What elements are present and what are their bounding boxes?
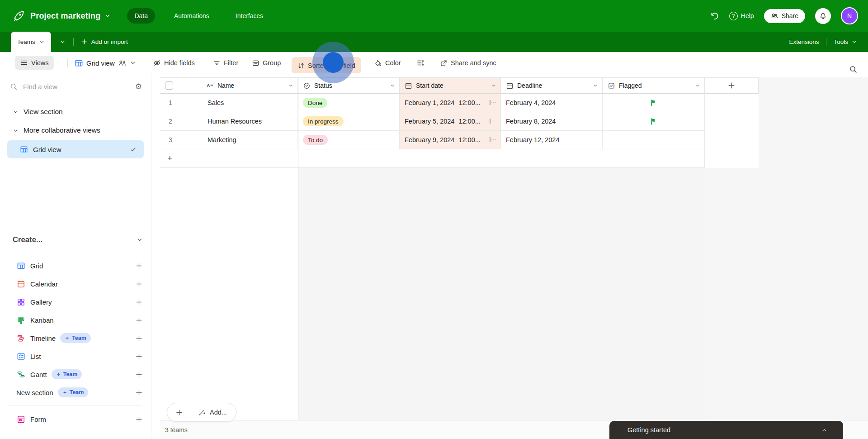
create-item-timeline[interactable]: TimelineTeam bbox=[0, 329, 151, 347]
flagged-cell[interactable] bbox=[603, 94, 705, 112]
color-button[interactable]: Color bbox=[374, 52, 401, 74]
add-view-plus-icon[interactable] bbox=[135, 316, 143, 324]
table-tab-label: Teams bbox=[17, 38, 35, 45]
add-view-plus-icon[interactable] bbox=[135, 298, 143, 306]
user-avatar[interactable]: N bbox=[841, 7, 858, 24]
history-icon[interactable] bbox=[710, 11, 719, 21]
hide-fields-button[interactable]: Hide fields bbox=[153, 52, 195, 74]
date-detail-icon[interactable]: ... bbox=[490, 119, 496, 124]
chevron-up-icon[interactable] bbox=[821, 427, 828, 434]
extensions-button[interactable]: Extensions bbox=[789, 38, 819, 45]
flagged-cell[interactable] bbox=[603, 131, 705, 149]
status-cell[interactable]: To do bbox=[298, 131, 400, 149]
start-date-cell[interactable]: February 5, 202412:00...... bbox=[400, 112, 501, 131]
name-cell[interactable]: Marketing bbox=[201, 131, 298, 149]
frozen-pane-divider[interactable] bbox=[298, 77, 298, 420]
tables-dropdown-chevron-icon[interactable] bbox=[59, 38, 66, 45]
getting-started-toast[interactable]: Getting started bbox=[609, 421, 843, 439]
deadline-cell[interactable]: February 4, 2024 bbox=[501, 94, 603, 112]
row-number-cell[interactable]: 2 bbox=[160, 112, 201, 131]
column-chevron-icon[interactable] bbox=[593, 83, 598, 88]
table-row[interactable]: 3MarketingTo doFebruary 9, 202412:00....… bbox=[160, 131, 759, 149]
column-chevron-icon[interactable] bbox=[695, 83, 700, 88]
tab-automations[interactable]: Automations bbox=[167, 8, 217, 24]
share-and-sync-button[interactable]: Share and sync bbox=[440, 52, 496, 74]
help-button[interactable]: ? Help bbox=[729, 12, 754, 20]
table-row[interactable]: 1SalesDoneFebruary 1, 202412:00......Feb… bbox=[160, 94, 759, 112]
deadline-cell[interactable]: February 12, 2024 bbox=[501, 131, 603, 149]
sidebar-section-view-section[interactable]: View section bbox=[13, 108, 63, 116]
column-header-start-date[interactable]: Start date bbox=[400, 78, 501, 94]
create-item-kanban[interactable]: Kanban bbox=[0, 311, 151, 329]
create-item-grid[interactable]: Grid bbox=[0, 257, 151, 275]
record-count: 3 teams bbox=[165, 426, 188, 434]
select-all-checkbox[interactable] bbox=[165, 81, 173, 90]
create-item-gantt[interactable]: GanttTeam bbox=[0, 365, 151, 383]
add-row-space[interactable] bbox=[201, 149, 705, 168]
column-header-deadline[interactable]: Deadline bbox=[501, 78, 603, 94]
gear-icon[interactable]: ⚙ bbox=[135, 82, 142, 91]
sidebar-section-more-collaborative-views[interactable]: More collaborative views bbox=[13, 126, 100, 134]
create-item-form[interactable]: Form bbox=[0, 410, 151, 428]
add-label: Add... bbox=[210, 409, 227, 416]
group-button[interactable]: Group bbox=[252, 52, 281, 74]
select-field-icon bbox=[303, 82, 311, 90]
start-date-cell[interactable]: February 1, 202412:00...... bbox=[400, 94, 501, 112]
row-height-button[interactable] bbox=[416, 52, 425, 74]
base-title-chevron-down-icon[interactable] bbox=[104, 13, 111, 19]
add-view-plus-icon[interactable] bbox=[135, 353, 143, 360]
find-view-search[interactable]: Find a view ⚙ bbox=[10, 82, 142, 91]
share-button[interactable]: Share bbox=[764, 9, 805, 23]
add-view-plus-icon[interactable] bbox=[135, 334, 143, 342]
add-row-plus-icon[interactable]: + bbox=[160, 149, 201, 168]
sidebar-divider bbox=[9, 99, 143, 99]
tab-interfaces[interactable]: Interfaces bbox=[228, 8, 270, 24]
column-chevron-icon[interactable] bbox=[491, 83, 496, 88]
add-field-button[interactable] bbox=[705, 78, 759, 94]
add-view-plus-icon[interactable] bbox=[135, 371, 143, 378]
name-cell[interactable]: Sales bbox=[201, 94, 298, 112]
add-view-plus-icon[interactable] bbox=[135, 415, 143, 423]
views-button[interactable]: Views bbox=[15, 56, 54, 70]
app-logo-rocket-icon[interactable] bbox=[13, 10, 25, 22]
view-switcher[interactable]: Grid view bbox=[75, 52, 136, 74]
checkbox-field-icon bbox=[608, 82, 615, 90]
add-view-plus-icon[interactable] bbox=[135, 389, 143, 396]
notifications-button[interactable] bbox=[815, 8, 831, 24]
column-chevron-icon[interactable] bbox=[390, 83, 395, 88]
create-item-calendar[interactable]: Calendar bbox=[0, 275, 151, 293]
add-view-plus-icon[interactable] bbox=[135, 262, 143, 270]
add-record-button[interactable] bbox=[167, 403, 191, 421]
create-item-new-section[interactable]: New sectionTeam bbox=[0, 383, 151, 401]
filter-button[interactable]: Filter bbox=[213, 52, 238, 74]
select-all-cell[interactable] bbox=[160, 78, 201, 94]
status-cell[interactable]: In progress bbox=[298, 112, 400, 131]
date-detail-icon[interactable]: ... bbox=[490, 137, 496, 142]
table-tab-teams[interactable]: Teams bbox=[11, 32, 51, 52]
create-item-list[interactable]: List bbox=[0, 347, 151, 365]
column-header-name[interactable]: A Name bbox=[201, 78, 298, 94]
add-or-import-button[interactable]: Add or import bbox=[81, 38, 128, 45]
start-date-cell[interactable]: February 9, 202412:00...... bbox=[400, 131, 501, 149]
status-cell[interactable]: Done bbox=[298, 94, 400, 112]
name-cell[interactable]: Human Resources bbox=[201, 112, 298, 131]
sidebar-item-grid-view-selected[interactable]: Grid view bbox=[7, 140, 144, 158]
table-row[interactable]: 2Human ResourcesIn progressFebruary 5, 2… bbox=[160, 112, 759, 131]
row-number-cell[interactable]: 3 bbox=[160, 131, 201, 149]
search-icon[interactable] bbox=[849, 58, 858, 80]
column-header-flagged[interactable]: Flagged bbox=[603, 78, 705, 94]
column-chevron-icon[interactable] bbox=[288, 83, 293, 88]
create-section-header[interactable]: Create... bbox=[13, 235, 143, 244]
create-item-gallery[interactable]: Gallery bbox=[0, 293, 151, 311]
add-row[interactable]: + bbox=[160, 149, 759, 168]
add-view-plus-icon[interactable] bbox=[135, 280, 143, 288]
tools-button[interactable]: Tools bbox=[834, 38, 857, 45]
tab-data[interactable]: Data bbox=[127, 8, 155, 24]
row-number-cell[interactable]: 1 bbox=[160, 94, 201, 112]
add-with-ai-button[interactable]: Add... bbox=[191, 409, 236, 416]
date-detail-icon[interactable]: ... bbox=[490, 100, 496, 105]
column-header-status[interactable]: Status bbox=[298, 78, 400, 94]
deadline-cell[interactable]: February 8, 2024 bbox=[501, 112, 603, 131]
base-title[interactable]: Project marketing bbox=[30, 11, 100, 21]
flagged-cell[interactable] bbox=[603, 112, 705, 131]
